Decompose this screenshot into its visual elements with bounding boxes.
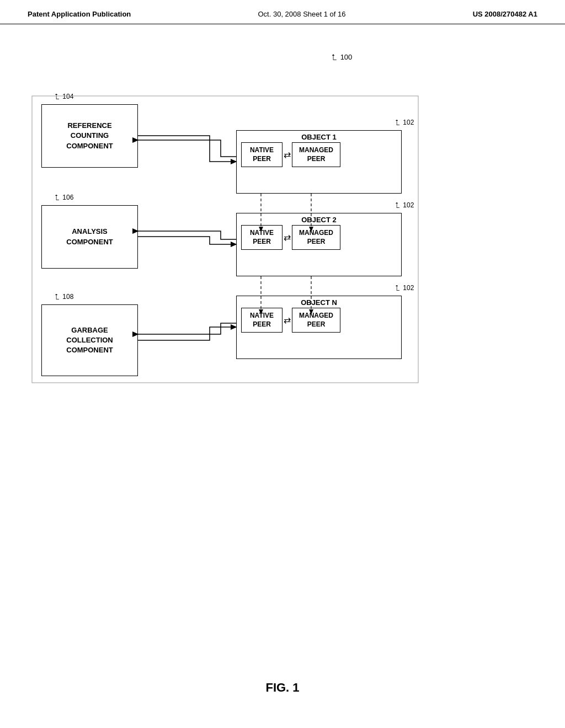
ref-104: ⮤ 104 <box>54 92 73 100</box>
object2-managed-peer: MANAGEDPEER <box>292 225 340 250</box>
reference-counting-component: REFERENCE COUNTING COMPONENT <box>41 104 138 168</box>
object1-title: OBJECT 1 <box>237 131 401 142</box>
objectn-native-peer: NATIVEPEER <box>241 308 282 333</box>
object1-managed-peer: MANAGEDPEER <box>292 142 340 167</box>
arrow-refcount-to-obj1 <box>138 136 236 162</box>
object1-peers: NATIVEPEER ⇄ MANAGEDPEER <box>237 142 401 172</box>
ref-102-objn: ⮤ 102 <box>395 283 414 292</box>
figure-caption: FIG. 1 <box>265 681 299 695</box>
arrow-obj1-to-refcount <box>138 140 236 157</box>
header-right: US 2008/270482 A1 <box>473 10 537 18</box>
header-center: Oct. 30, 2008 Sheet 1 of 16 <box>258 10 345 18</box>
arrow-objn-to-gc <box>138 323 236 334</box>
garbage-collection-component: GARBAGE COLLECTION COMPONENT <box>41 304 138 376</box>
ref-102-obj2: ⮤ 102 <box>395 201 414 209</box>
object2-peers: NATIVEPEER ⇄ MANAGEDPEER <box>237 225 401 254</box>
arrow-analysis-to-obj2 <box>138 237 236 244</box>
objectn-peers: NATIVEPEER ⇄ MANAGEDPEER <box>237 308 401 337</box>
analysis-component: ANALYSIS COMPONENT <box>41 205 138 269</box>
diagram-area: ⮤ 100 REFERENCE COUNTING COMPONENT ⮤ 104… <box>0 24 565 659</box>
system-ref-label: ⮤ 100 <box>331 53 352 61</box>
arrow-gc-to-objn <box>138 327 236 340</box>
header-left: Patent Application Publication <box>28 10 131 18</box>
page-header: Patent Application Publication Oct. 30, … <box>0 0 565 24</box>
ref-106: ⮤ 106 <box>54 193 73 201</box>
page: Patent Application Publication Oct. 30, … <box>0 0 565 728</box>
ref-102-obj1: ⮤ 102 <box>395 118 414 126</box>
object1-box: OBJECT 1 NATIVEPEER ⇄ MANAGEDPEER <box>236 130 402 194</box>
object2-title: OBJECT 2 <box>237 213 401 225</box>
objectn-title: OBJECT N <box>237 296 401 308</box>
objectn-box: OBJECT N NATIVEPEER ⇄ MANAGEDPEER <box>236 296 402 359</box>
ref-108: ⮤ 108 <box>54 292 73 301</box>
arrow-obj2-to-analysis <box>138 231 236 239</box>
object2-native-peer: NATIVEPEER <box>241 225 282 250</box>
object2-box: OBJECT 2 NATIVEPEER ⇄ MANAGEDPEER <box>236 213 402 276</box>
object1-native-peer: NATIVEPEER <box>241 142 282 167</box>
objectn-managed-peer: MANAGEDPEER <box>292 308 340 333</box>
